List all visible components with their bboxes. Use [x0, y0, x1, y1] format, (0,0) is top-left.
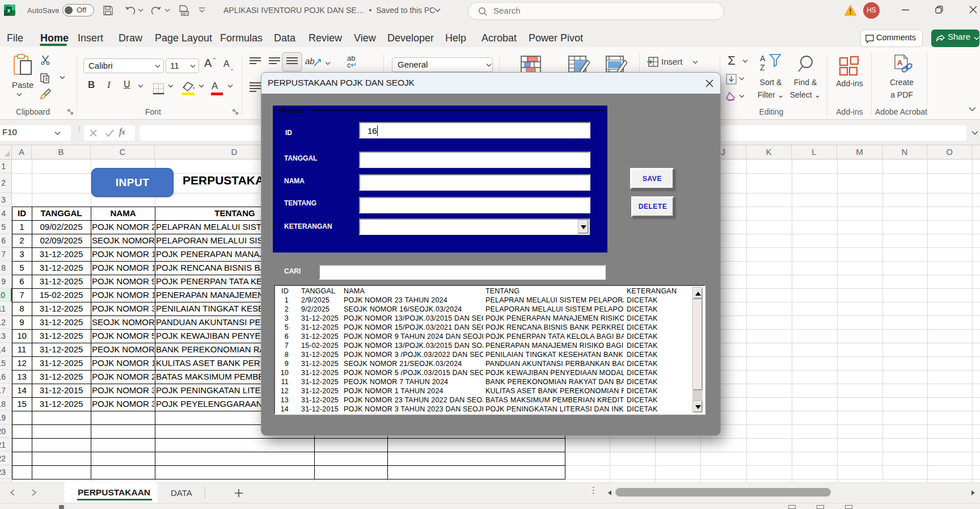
svg-text:Z: Z	[760, 63, 765, 72]
svg-text:x: x	[7, 7, 11, 14]
svg-text:A: A	[760, 54, 766, 63]
svg-text:A: A	[897, 58, 903, 67]
